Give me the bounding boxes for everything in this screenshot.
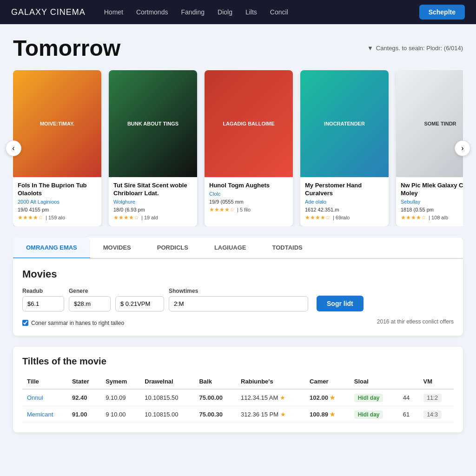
checkbox-input[interactable] bbox=[22, 320, 28, 326]
movie-rating: ★★★★☆ | 159 alo bbox=[18, 214, 97, 221]
table-header: Rabiunbe's bbox=[236, 374, 305, 389]
table-header: Balk bbox=[194, 374, 236, 389]
showtime-select[interactable]: 2:M bbox=[169, 296, 308, 311]
sloal-badge: Hidl day bbox=[354, 394, 383, 402]
movie-title: My Perstomer Hand Curalvers bbox=[305, 182, 384, 198]
nav-link[interactable]: Fanding bbox=[181, 8, 205, 16]
stars-icon: ★★★★☆ bbox=[113, 214, 139, 221]
table-header: Symem bbox=[101, 374, 140, 389]
carousel-next-button[interactable]: › bbox=[455, 140, 470, 156]
rabiunbe-value: 112.34.15 AM ★ bbox=[241, 394, 285, 401]
movie-genre: Sebullay bbox=[401, 199, 463, 205]
movie-poster: INOCRATENDER bbox=[300, 70, 389, 177]
readub-filter: Readub $6.1 bbox=[22, 288, 64, 311]
movie-time: 1612 42.351.m bbox=[305, 207, 384, 212]
star-icon: ★ bbox=[330, 394, 335, 401]
table-row: Memicant91.009 10.0010.10815.0075.00.303… bbox=[22, 406, 454, 423]
tab-pordicls[interactable]: PORDICLS bbox=[144, 238, 201, 259]
tabs-container: OMRAANG EMASMOVIDESPORDICLSLAGIUAGETODTA… bbox=[13, 238, 463, 336]
review-count: | 19 ald bbox=[141, 215, 158, 220]
page-title: Tomorrow bbox=[13, 35, 120, 61]
movie-card: BUNK ABOUT TINGS Tut Sire Sitat Scent wo… bbox=[109, 70, 197, 226]
movie-card: MOIVE:TIMAY. Fols In The Buprion Tub Ola… bbox=[13, 70, 101, 226]
review-count: | 108 alb bbox=[429, 215, 448, 220]
readub-select[interactable]: $6.1 bbox=[22, 296, 64, 311]
carousel-prev-button[interactable]: ‹ bbox=[6, 140, 21, 156]
table-section-title: Tiltles of the movie bbox=[22, 356, 454, 367]
movie-genre: Ade olalo bbox=[305, 199, 384, 205]
movie-card: SOME TINDR Nw Pic Mlek Galaxy Came Moley… bbox=[396, 70, 463, 226]
stater-value: 91.00 bbox=[72, 411, 87, 418]
checkbox-label: Coner sammar in hanes to right talleo bbox=[31, 320, 124, 326]
table-header: Camer bbox=[305, 374, 350, 389]
checkbox-row: Coner sammar in hanes to right talleo bbox=[22, 320, 124, 326]
filter-hint-text: Cantegs. to sealn: Plodr: (6/014) bbox=[376, 45, 463, 52]
schedule-button[interactable]: Scheplte bbox=[419, 5, 465, 20]
table-header: Drawelnal bbox=[140, 374, 194, 389]
table-row: Onnul92.409.10.0910.10815.5075.00.00112.… bbox=[22, 389, 454, 406]
star-icon: ★ bbox=[330, 411, 335, 418]
table-header: Tille bbox=[22, 374, 67, 389]
extra-select[interactable]: $ 0.21VPM bbox=[115, 296, 164, 311]
symem-value: 9 10.00 bbox=[106, 411, 126, 418]
filters-row: Readub $6.1 Genere $28.m $ 0.21VPM bbox=[22, 288, 454, 311]
genre-select[interactable]: $28.m bbox=[69, 296, 111, 311]
nav-links: HometCortmondsFandingDiolgLiltsConcil bbox=[104, 8, 419, 16]
movie-carousel: ‹ MOIVE:TIMAY. Fols In The Buprion Tub O… bbox=[13, 70, 463, 226]
movie-time: 19/0 4155 pm bbox=[18, 207, 97, 212]
movie-rating: ★★★★☆ | 5 filo bbox=[209, 206, 288, 213]
rabiunbe-value: 312.36 15 PM ★ bbox=[241, 411, 286, 418]
table-header bbox=[398, 374, 419, 389]
camer-value: 100.89 ★ bbox=[310, 411, 335, 418]
movie-time: 18/0 (6.93 pm bbox=[113, 207, 192, 212]
tab-movides[interactable]: MOVIDES bbox=[90, 238, 144, 259]
star-icon: ★ bbox=[280, 394, 285, 401]
tabs-bar: OMRAANG EMASMOVIDESPORDICLSLAGIUAGETODTA… bbox=[13, 238, 463, 259]
stars-icon: ★★★★☆ bbox=[18, 214, 43, 221]
movie-genre: Wolghure bbox=[113, 199, 192, 205]
nav-link[interactable]: Concil bbox=[270, 8, 288, 16]
camer-value: 102.00 ★ bbox=[310, 394, 335, 401]
drawelnal-value: 10.10815.00 bbox=[145, 411, 178, 418]
showtime-label: Showtimes bbox=[169, 288, 308, 294]
drawelnal-value: 10.10815.50 bbox=[145, 394, 178, 401]
col9-value: 44 bbox=[403, 394, 410, 401]
genre-label: Genere bbox=[69, 288, 111, 294]
review-count: | 5 filo bbox=[237, 207, 251, 212]
hint-text: 2016 at thir etless conlict offers bbox=[377, 318, 454, 325]
tab-omraang-emas[interactable]: OMRAANG EMAS bbox=[13, 238, 90, 259]
tab-lagiuage[interactable]: LAGIUAGE bbox=[201, 238, 259, 259]
movie-genre: 2000 Alt Laginioos bbox=[18, 199, 97, 205]
vm-badge: 11:2 bbox=[423, 394, 442, 402]
movie-poster: LAGADIG BALLOIME bbox=[205, 70, 293, 177]
sloal-badge: Hidl day bbox=[354, 410, 383, 419]
nav-link[interactable]: Lilts bbox=[245, 8, 257, 16]
movie-poster: SOME TINDR bbox=[396, 70, 463, 177]
filter-arrow-icon: ▼ bbox=[367, 45, 373, 52]
stars-icon: ★★★★☆ bbox=[209, 206, 235, 213]
search-button[interactable]: Sogr lidt bbox=[317, 296, 364, 311]
movie-link[interactable]: Memicant bbox=[27, 411, 53, 418]
section-title: Movies bbox=[22, 268, 454, 280]
movie-poster: BUNK ABOUT TINGS bbox=[109, 70, 197, 177]
extra-label bbox=[115, 288, 164, 294]
nav-link[interactable]: Homet bbox=[104, 8, 123, 16]
symem-value: 9.10.09 bbox=[106, 394, 126, 401]
carousel-track: MOIVE:TIMAY. Fols In The Buprion Tub Ola… bbox=[13, 70, 463, 226]
nav-link[interactable]: Diolg bbox=[218, 8, 232, 16]
logo-light: CINEMA bbox=[47, 7, 86, 17]
showtime-filter: Showtimes 2:M bbox=[169, 288, 308, 311]
movie-rating: ★★★★☆ | 108 alb bbox=[401, 214, 463, 221]
logo-bold: GALAXY bbox=[11, 7, 47, 17]
star-icon: ★ bbox=[280, 411, 286, 418]
nav-link[interactable]: Cortmonds bbox=[136, 8, 168, 16]
movie-info: Tut Sire Sitat Scent woble Chribloarr Ld… bbox=[109, 177, 197, 226]
readub-label: Readub bbox=[22, 288, 64, 294]
vm-badge: 14:3 bbox=[423, 410, 442, 419]
table-header: Stater bbox=[67, 374, 101, 389]
movie-title: Tut Sire Sitat Scent woble Chribloarr Ld… bbox=[113, 182, 192, 198]
movie-title: Fols In The Buprion Tub Olaolots bbox=[18, 182, 97, 198]
movie-link[interactable]: Onnul bbox=[27, 394, 43, 401]
table-header: Sloal bbox=[350, 374, 398, 389]
tab-todtaids[interactable]: TODTAIDS bbox=[259, 238, 316, 259]
